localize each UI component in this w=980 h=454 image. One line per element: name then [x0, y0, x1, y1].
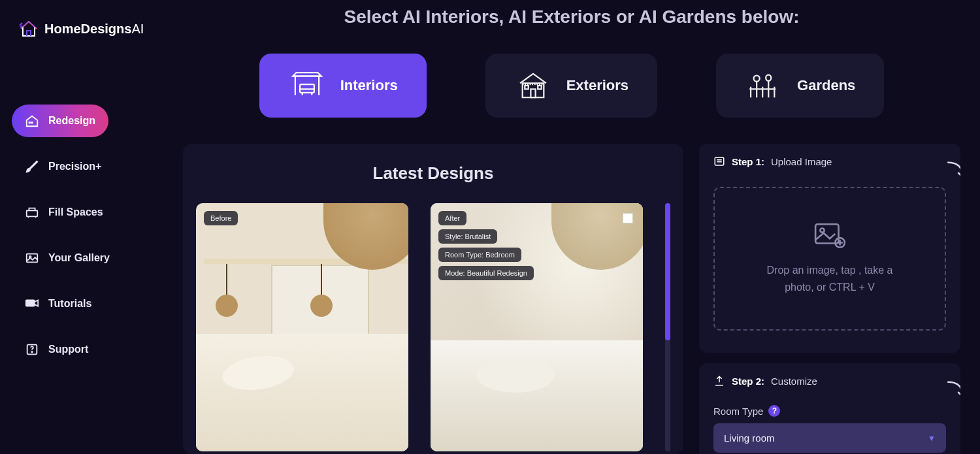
style-badge: Style: Brutalist [438, 229, 497, 244]
sidebar-item-support[interactable]: Support [12, 333, 101, 366]
step2-header: Step 2: Customize [713, 375, 946, 387]
brand-name: HomeDesignsAI [44, 22, 144, 37]
step1-panel: Step 1: Upload Image Drop an image, tap … [699, 144, 960, 353]
mode-label: Exteriors [566, 77, 629, 94]
support-icon [25, 342, 39, 357]
step1-label-bold: Step 1: [732, 156, 764, 167]
house-logo-icon [18, 18, 39, 39]
arrow-icon [945, 158, 960, 180]
config-panel: Step 1: Upload Image Drop an image, tap … [699, 144, 960, 454]
svg-rect-11 [525, 86, 528, 89]
sidebar-item-label: Tutorials [48, 298, 91, 310]
room-type-value: Living room [724, 432, 775, 444]
mode-interiors[interactable]: Interiors [259, 54, 427, 118]
page-headline: Select AI Interiors, AI Exteriors or AI … [183, 7, 960, 27]
latest-designs-panel: Latest Designs Before After [183, 144, 683, 454]
roomtype-badge: Room Type: Bedroom [438, 248, 521, 262]
sidebar-item-label: Your Gallery [48, 252, 110, 264]
sidebar-item-label: Redesign [48, 115, 95, 127]
svg-point-1 [31, 122, 33, 123]
select-checkbox[interactable] [623, 213, 633, 223]
brand-logo[interactable]: HomeDesignsAI [18, 18, 158, 39]
help-icon[interactable]: ? [768, 405, 780, 417]
svg-rect-5 [26, 300, 35, 306]
redesign-icon [25, 114, 39, 128]
upload-small-icon [713, 375, 725, 387]
sidebar-item-redesign[interactable]: Redesign [12, 105, 108, 137]
mode-label: Gardens [797, 77, 855, 94]
sidebar: HomeDesignsAI Redesign Precision+ Fill S… [0, 0, 170, 454]
sidebar-item-label: Support [48, 344, 88, 355]
step2-label-rest: Customize [771, 376, 817, 387]
sidebar-item-label: Precision+ [48, 161, 101, 172]
sidebar-item-precision[interactable]: Precision+ [12, 150, 114, 183]
fillspaces-icon [25, 205, 39, 219]
dropzone-text: Drop an image, tap , take a photo, or CT… [764, 262, 895, 295]
step1-header: Step 1: Upload Image [713, 155, 946, 167]
list-icon [713, 155, 725, 167]
sidebar-item-gallery[interactable]: Your Gallery [12, 242, 123, 274]
mode-exteriors[interactable]: Exteriors [485, 54, 657, 118]
svg-rect-12 [538, 86, 541, 89]
step2-label-bold: Step 2: [732, 376, 764, 387]
chevron-down-icon: ▼ [928, 434, 936, 443]
design-card-after[interactable]: After Style: Brutalist Room Type: Bedroo… [431, 203, 643, 451]
sidebar-item-tutorials[interactable]: Tutorials [12, 287, 105, 320]
sidebar-item-label: Fill Spaces [48, 206, 103, 218]
gallery-icon [25, 251, 39, 265]
svg-point-7 [31, 351, 32, 352]
upload-dropzone[interactable]: Drop an image, tap , take a photo, or CT… [713, 187, 946, 331]
mode-gardens[interactable]: Gardens [716, 54, 884, 118]
main-area: Select AI Interiors, AI Exteriors or AI … [170, 0, 980, 454]
mode-badge: Mode: Beautiful Redesign [438, 266, 534, 280]
mode-selector: Interiors Exteriors Gardens [183, 54, 960, 118]
brush-icon [25, 159, 39, 174]
sidebar-item-fillspaces[interactable]: Fill Spaces [12, 196, 116, 229]
step2-panel: Step 2: Customize Room Type ? Living roo… [699, 363, 960, 454]
svg-point-16 [820, 229, 824, 233]
arrow-icon [945, 378, 960, 400]
svg-rect-10 [531, 89, 535, 97]
svg-point-13 [754, 76, 760, 82]
before-badge: Before [204, 211, 238, 225]
design-card-before[interactable]: Before [196, 203, 408, 451]
room-type-label: Room Type ? [713, 405, 946, 417]
svg-rect-2 [27, 210, 38, 216]
room-type-select[interactable]: Living room ▼ [713, 423, 946, 453]
gardens-icon [745, 67, 783, 105]
exteriors-icon [514, 67, 552, 105]
after-badge: After [438, 211, 466, 225]
interiors-icon [288, 67, 326, 105]
latest-designs-title: Latest Designs [196, 163, 670, 184]
tutorials-icon [25, 297, 39, 311]
image-upload-icon [813, 221, 846, 250]
designs-scrollbar[interactable] [665, 203, 670, 451]
svg-point-0 [29, 122, 30, 123]
mode-label: Interiors [340, 77, 398, 94]
step1-label-rest: Upload Image [771, 156, 832, 167]
